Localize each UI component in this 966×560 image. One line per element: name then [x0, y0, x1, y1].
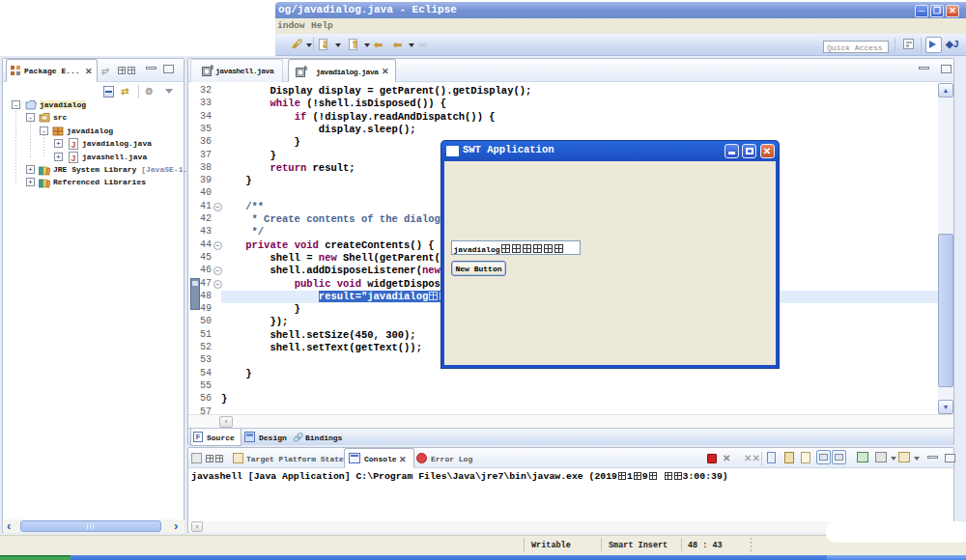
svg-text:J: J	[71, 154, 75, 163]
svg-text:J: J	[71, 141, 75, 151]
